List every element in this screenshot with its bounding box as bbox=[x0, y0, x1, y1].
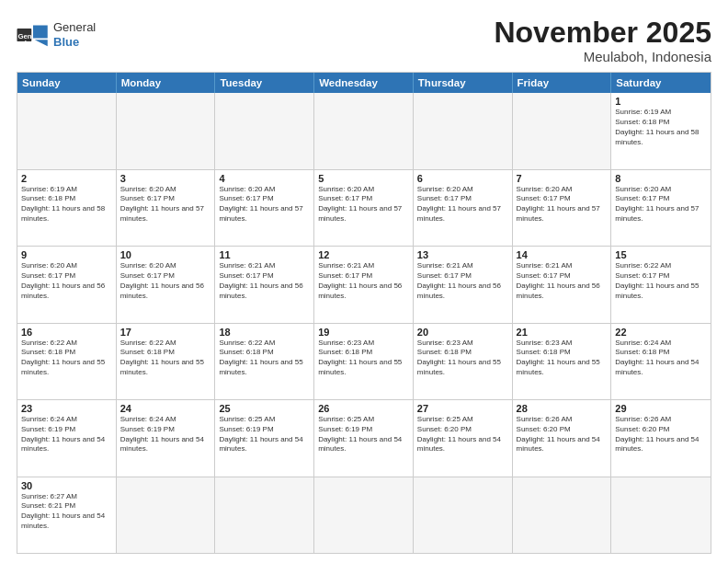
day-number: 9 bbox=[21, 249, 112, 260]
calendar-cell-5-6 bbox=[611, 477, 711, 553]
calendar-cell-1-5: 7Sunrise: 6:20 AMSunset: 6:17 PMDaylight… bbox=[513, 170, 612, 246]
calendar-row-3: 16Sunrise: 6:22 AMSunset: 6:18 PMDayligh… bbox=[17, 323, 711, 399]
sun-info: Sunrise: 6:20 AMSunset: 6:17 PMDaylight:… bbox=[21, 261, 112, 301]
calendar-row-5: 30Sunrise: 6:27 AMSunset: 6:21 PMDayligh… bbox=[17, 477, 711, 553]
sun-info: Sunrise: 6:25 AMSunset: 6:19 PMDaylight:… bbox=[318, 415, 409, 454]
calendar-cell-1-0: 2Sunrise: 6:19 AMSunset: 6:18 PMDaylight… bbox=[17, 170, 117, 246]
calendar-row-2: 9Sunrise: 6:20 AMSunset: 6:17 PMDaylight… bbox=[17, 246, 711, 322]
calendar-cell-2-6: 15Sunrise: 6:22 AMSunset: 6:17 PMDayligh… bbox=[611, 247, 711, 322]
sun-info: Sunrise: 6:24 AMSunset: 6:19 PMDaylight:… bbox=[21, 415, 112, 454]
day-number: 2 bbox=[21, 173, 112, 184]
calendar-cell-2-0: 9Sunrise: 6:20 AMSunset: 6:17 PMDaylight… bbox=[17, 247, 117, 322]
logo: Gene ral General Blue bbox=[17, 20, 96, 49]
calendar-cell-1-1: 3Sunrise: 6:20 AMSunset: 6:17 PMDaylight… bbox=[117, 170, 216, 246]
sun-info: Sunrise: 6:20 AMSunset: 6:17 PMDaylight:… bbox=[417, 185, 508, 224]
day-number: 30 bbox=[21, 480, 112, 491]
calendar-cell-3-3: 19Sunrise: 6:23 AMSunset: 6:18 PMDayligh… bbox=[314, 324, 414, 399]
sun-info: Sunrise: 6:23 AMSunset: 6:18 PMDaylight:… bbox=[417, 339, 508, 378]
calendar-row-0: 1Sunrise: 6:19 AMSunset: 6:18 PMDaylight… bbox=[17, 93, 711, 168]
day-number: 27 bbox=[417, 403, 508, 414]
day-number: 19 bbox=[318, 327, 409, 338]
sun-info: Sunrise: 6:23 AMSunset: 6:18 PMDaylight:… bbox=[318, 339, 409, 378]
day-number: 25 bbox=[219, 403, 310, 414]
header-wednesday: Wednesday bbox=[314, 73, 414, 93]
header-tuesday: Tuesday bbox=[215, 73, 314, 93]
sun-info: Sunrise: 6:22 AMSunset: 6:17 PMDaylight:… bbox=[615, 261, 707, 301]
calendar-cell-3-2: 18Sunrise: 6:22 AMSunset: 6:18 PMDayligh… bbox=[215, 324, 314, 399]
calendar-cell-0-2 bbox=[215, 93, 314, 168]
logo-text-general: General bbox=[53, 20, 96, 35]
header-thursday: Thursday bbox=[414, 73, 513, 93]
day-number: 22 bbox=[615, 327, 707, 338]
calendar-cell-2-2: 11Sunrise: 6:21 AMSunset: 6:17 PMDayligh… bbox=[215, 247, 314, 322]
day-number: 24 bbox=[120, 403, 211, 414]
general-blue-logo-icon: Gene ral bbox=[17, 22, 50, 48]
day-number: 17 bbox=[120, 327, 211, 338]
day-number: 8 bbox=[615, 173, 707, 184]
svg-text:ral: ral bbox=[17, 38, 27, 46]
sun-info: Sunrise: 6:22 AMSunset: 6:18 PMDaylight:… bbox=[219, 339, 310, 378]
title-block: November 2025 Meulaboh, Indonesia bbox=[494, 17, 711, 64]
calendar-cell-4-3: 26Sunrise: 6:25 AMSunset: 6:19 PMDayligh… bbox=[314, 400, 414, 476]
day-number: 10 bbox=[120, 249, 211, 260]
calendar-body: 1Sunrise: 6:19 AMSunset: 6:18 PMDaylight… bbox=[17, 93, 711, 553]
calendar-cell-1-3: 5Sunrise: 6:20 AMSunset: 6:17 PMDaylight… bbox=[314, 170, 414, 246]
month-title: November 2025 bbox=[494, 17, 711, 49]
calendar-cell-3-5: 21Sunrise: 6:23 AMSunset: 6:18 PMDayligh… bbox=[513, 324, 612, 399]
sun-info: Sunrise: 6:27 AMSunset: 6:21 PMDaylight:… bbox=[21, 492, 112, 532]
calendar-cell-1-4: 6Sunrise: 6:20 AMSunset: 6:17 PMDaylight… bbox=[414, 170, 513, 246]
calendar-cell-5-5 bbox=[513, 477, 612, 553]
sun-info: Sunrise: 6:20 AMSunset: 6:17 PMDaylight:… bbox=[615, 185, 707, 224]
day-number: 14 bbox=[517, 249, 608, 260]
day-number: 26 bbox=[318, 403, 409, 414]
day-number: 29 bbox=[615, 403, 707, 414]
calendar-cell-0-1 bbox=[117, 93, 216, 168]
day-number: 23 bbox=[21, 403, 112, 414]
header-sunday: Sunday bbox=[17, 73, 117, 93]
calendar-cell-5-2 bbox=[215, 477, 314, 553]
header-friday: Friday bbox=[513, 73, 612, 93]
day-number: 6 bbox=[417, 173, 508, 184]
day-number: 16 bbox=[21, 327, 112, 338]
calendar-cell-0-6: 1Sunrise: 6:19 AMSunset: 6:18 PMDaylight… bbox=[611, 93, 711, 168]
location-title: Meulaboh, Indonesia bbox=[494, 49, 711, 64]
header-saturday: Saturday bbox=[611, 73, 711, 93]
calendar-cell-0-3 bbox=[314, 93, 414, 168]
sun-info: Sunrise: 6:21 AMSunset: 6:17 PMDaylight:… bbox=[417, 261, 508, 301]
calendar-cell-4-4: 27Sunrise: 6:25 AMSunset: 6:20 PMDayligh… bbox=[414, 400, 513, 476]
day-number: 18 bbox=[219, 327, 310, 338]
calendar-cell-3-6: 22Sunrise: 6:24 AMSunset: 6:18 PMDayligh… bbox=[611, 324, 711, 399]
calendar-cell-4-1: 24Sunrise: 6:24 AMSunset: 6:19 PMDayligh… bbox=[117, 400, 216, 476]
day-number: 20 bbox=[417, 327, 508, 338]
calendar-cell-2-1: 10Sunrise: 6:20 AMSunset: 6:17 PMDayligh… bbox=[117, 247, 216, 322]
sun-info: Sunrise: 6:19 AMSunset: 6:18 PMDaylight:… bbox=[615, 108, 707, 147]
svg-marker-4 bbox=[35, 40, 48, 46]
day-number: 1 bbox=[615, 96, 707, 107]
sun-info: Sunrise: 6:21 AMSunset: 6:17 PMDaylight:… bbox=[517, 261, 608, 301]
calendar-cell-5-1 bbox=[117, 477, 216, 553]
day-number: 3 bbox=[120, 173, 211, 184]
day-number: 21 bbox=[517, 327, 608, 338]
sun-info: Sunrise: 6:25 AMSunset: 6:20 PMDaylight:… bbox=[417, 415, 508, 454]
day-number: 11 bbox=[219, 249, 310, 260]
day-number: 28 bbox=[517, 403, 608, 414]
sun-info: Sunrise: 6:20 AMSunset: 6:17 PMDaylight:… bbox=[517, 185, 608, 224]
calendar-cell-0-0 bbox=[17, 93, 117, 168]
calendar-cell-3-1: 17Sunrise: 6:22 AMSunset: 6:18 PMDayligh… bbox=[117, 324, 216, 399]
day-number: 13 bbox=[417, 249, 508, 260]
calendar-cell-4-2: 25Sunrise: 6:25 AMSunset: 6:19 PMDayligh… bbox=[215, 400, 314, 476]
day-number: 12 bbox=[318, 249, 409, 260]
calendar-cell-5-4 bbox=[414, 477, 513, 553]
calendar-cell-4-6: 29Sunrise: 6:26 AMSunset: 6:20 PMDayligh… bbox=[611, 400, 711, 476]
calendar: Sunday Monday Tuesday Wednesday Thursday… bbox=[17, 72, 711, 554]
sun-info: Sunrise: 6:23 AMSunset: 6:18 PMDaylight:… bbox=[517, 339, 608, 378]
day-number: 4 bbox=[219, 173, 310, 184]
calendar-cell-0-4 bbox=[414, 93, 513, 168]
calendar-cell-3-4: 20Sunrise: 6:23 AMSunset: 6:18 PMDayligh… bbox=[414, 324, 513, 399]
calendar-header: Sunday Monday Tuesday Wednesday Thursday… bbox=[17, 73, 711, 93]
calendar-cell-4-5: 28Sunrise: 6:26 AMSunset: 6:20 PMDayligh… bbox=[513, 400, 612, 476]
sun-info: Sunrise: 6:22 AMSunset: 6:18 PMDaylight:… bbox=[120, 339, 211, 378]
sun-info: Sunrise: 6:20 AMSunset: 6:17 PMDaylight:… bbox=[120, 185, 211, 224]
calendar-cell-2-3: 12Sunrise: 6:21 AMSunset: 6:17 PMDayligh… bbox=[314, 247, 414, 322]
sun-info: Sunrise: 6:21 AMSunset: 6:17 PMDaylight:… bbox=[318, 261, 409, 301]
